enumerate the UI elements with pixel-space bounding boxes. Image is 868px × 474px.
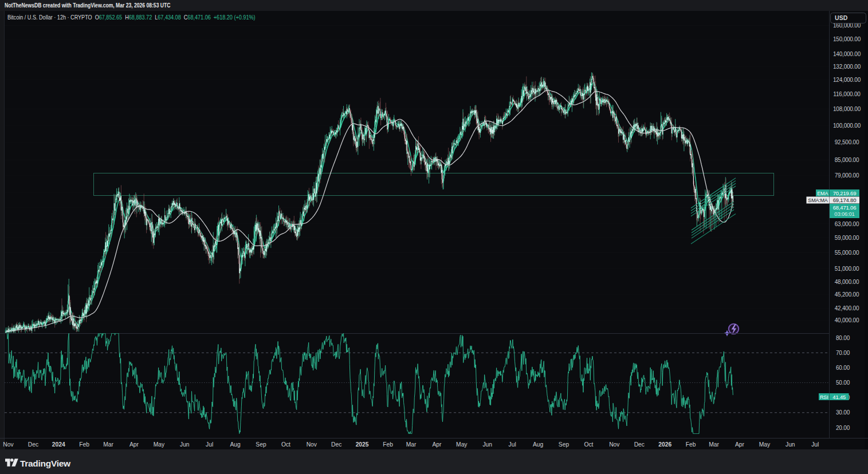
svg-text:59,000.00: 59,000.00	[835, 235, 859, 241]
svg-text:Jun: Jun	[785, 441, 795, 448]
svg-text:50.00: 50.00	[836, 380, 850, 386]
svg-text:68,471.06: 68,471.06	[833, 204, 856, 211]
svg-text:70.00: 70.00	[836, 350, 850, 356]
svg-text:Mar: Mar	[103, 441, 113, 448]
svg-text:EMA: EMA	[817, 191, 828, 196]
svg-text:Dec: Dec	[28, 441, 38, 448]
svg-text:Feb: Feb	[686, 441, 696, 448]
svg-text:Mar: Mar	[709, 441, 719, 448]
svg-text:TradingView: TradingView	[20, 459, 71, 468]
svg-text:140,000.00: 140,000.00	[833, 51, 861, 57]
svg-text:80.00: 80.00	[836, 335, 850, 341]
svg-text:Aug: Aug	[533, 441, 544, 448]
svg-text:70,219.69: 70,219.69	[833, 190, 856, 196]
svg-text:Aug: Aug	[230, 441, 241, 448]
svg-text:Sep: Sep	[256, 441, 266, 448]
svg-text:Jul: Jul	[811, 441, 819, 448]
svg-text:May: May	[456, 441, 468, 448]
svg-text:Nov: Nov	[609, 441, 620, 448]
svg-text:Feb: Feb	[383, 441, 393, 448]
svg-text:108,000.00: 108,000.00	[833, 106, 861, 112]
svg-text:124,000.00: 124,000.00	[833, 77, 861, 83]
svg-text:55,000.00: 55,000.00	[835, 250, 859, 256]
svg-text:41.45: 41.45	[832, 394, 846, 400]
svg-text:Nov: Nov	[307, 441, 317, 448]
svg-text:Oct: Oct	[281, 441, 290, 448]
svg-text:Mar: Mar	[406, 441, 417, 448]
svg-text:Sep: Sep	[559, 441, 569, 448]
svg-text:Dec: Dec	[634, 441, 645, 448]
svg-text:51,000.00: 51,000.00	[835, 266, 859, 272]
svg-text:RSI: RSI	[820, 394, 828, 400]
svg-text:2025: 2025	[356, 441, 369, 448]
svg-text:Apr: Apr	[129, 441, 139, 448]
svg-text:May: May	[154, 441, 165, 448]
svg-text:100,000.00: 100,000.00	[833, 123, 861, 129]
svg-text:Dec: Dec	[331, 441, 341, 448]
svg-text:45,200.00: 45,200.00	[835, 291, 859, 298]
svg-text:40,000.00: 40,000.00	[835, 317, 859, 323]
svg-text:Nov: Nov	[3, 441, 14, 448]
svg-text:May: May	[759, 441, 771, 448]
svg-text:Oct: Oct	[584, 441, 593, 448]
svg-text:Feb: Feb	[79, 441, 89, 448]
svg-text:69,174.80: 69,174.80	[833, 197, 856, 203]
svg-text:30.00: 30.00	[836, 409, 850, 416]
svg-text:150,000.00: 150,000.00	[833, 36, 861, 42]
svg-text:USD: USD	[835, 14, 848, 21]
svg-text:48,000.00: 48,000.00	[835, 279, 859, 285]
svg-text:132,000.00: 132,000.00	[833, 64, 861, 70]
svg-text:2026: 2026	[658, 441, 671, 448]
svg-text:Jun: Jun	[482, 441, 492, 448]
svg-text:60.00: 60.00	[836, 365, 850, 371]
svg-text:2024: 2024	[52, 441, 65, 448]
svg-text:92,500.00: 92,500.00	[835, 139, 859, 145]
svg-text:20.00: 20.00	[836, 425, 850, 431]
svg-text:116,000.00: 116,000.00	[833, 91, 861, 97]
svg-text:79,000.00: 79,000.00	[835, 172, 859, 179]
svg-text:Apr: Apr	[735, 441, 745, 448]
svg-text:03:06:01: 03:06:01	[834, 211, 854, 217]
svg-text:Apr: Apr	[432, 441, 442, 448]
svg-text:63,000.00: 63,000.00	[835, 221, 859, 227]
svg-text:Jul: Jul	[509, 441, 516, 448]
svg-text:SMA:MA: SMA:MA	[808, 198, 828, 203]
svg-text:Jun: Jun	[180, 441, 190, 448]
svg-text:85,000.00: 85,000.00	[835, 157, 859, 163]
svg-text:Jul: Jul	[206, 441, 213, 448]
svg-text:42,400.00: 42,400.00	[835, 305, 859, 311]
